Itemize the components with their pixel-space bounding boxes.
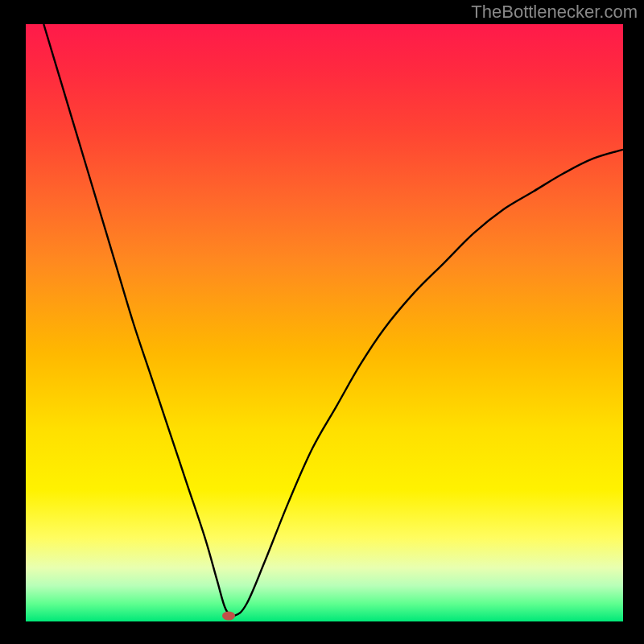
- bottleneck-curve: [26, 24, 623, 621]
- optimal-point-marker: [222, 611, 235, 620]
- attribution-text: TheBottlenecker.com: [471, 2, 638, 23]
- chart-plot-area: [26, 24, 623, 621]
